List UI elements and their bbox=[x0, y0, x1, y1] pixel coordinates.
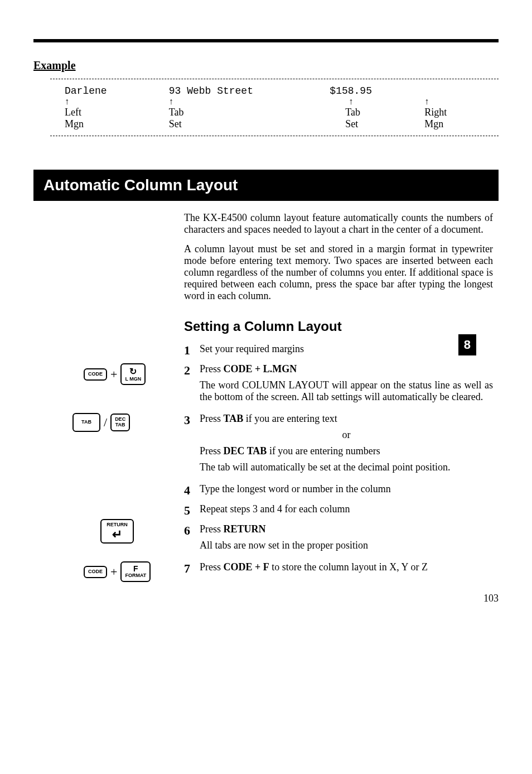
step-key: RETURN bbox=[224, 523, 266, 535]
step-number: 1 bbox=[184, 343, 200, 358]
step-number: 7 bbox=[184, 561, 200, 576]
ex-label: Mgn bbox=[65, 118, 84, 129]
page-number: 103 bbox=[33, 593, 499, 604]
f-bot: FORMAT bbox=[125, 573, 146, 578]
lmgn-key-icon: ↻ L MGN bbox=[120, 363, 146, 385]
step-number: 2 bbox=[184, 363, 200, 378]
tab-key-icon: TAB bbox=[72, 413, 100, 432]
step-detail: All tabs are now set in the proper posit… bbox=[200, 540, 493, 551]
example-table: Darlene 93 Webb Street $158.95 ↑ ↑ ↑ ↑ L… bbox=[61, 85, 487, 130]
arrow-icon: ↑ bbox=[349, 97, 353, 106]
step-key: DEC TAB bbox=[224, 445, 267, 456]
f-key-icon: F FORMAT bbox=[120, 561, 151, 582]
sub-heading: Setting a Column Layout bbox=[184, 319, 493, 334]
step-2: CODE + ↻ L MGN 2 Press CODE + L.MGN The … bbox=[184, 363, 493, 407]
step-text: Press bbox=[200, 561, 224, 573]
step-key: CODE + L.MGN bbox=[224, 363, 297, 374]
step-5: 5 Repeat steps 3 and 4 for each column bbox=[184, 503, 493, 518]
step-6: RETURN ↵ 6 Press RETURN All tabs are now… bbox=[184, 523, 493, 556]
ex-label: Set bbox=[169, 118, 182, 129]
code-key-icon: CODE bbox=[84, 368, 107, 381]
ex-label: Right bbox=[424, 107, 447, 118]
example-heading: Example bbox=[33, 59, 499, 72]
or-text: or bbox=[200, 429, 493, 441]
step-text: Set your required margins bbox=[200, 343, 304, 354]
section-title-bar: Automatic Column Layout bbox=[33, 170, 499, 201]
example-box: Darlene 93 Webb Street $158.95 ↑ ↑ ↑ ↑ L… bbox=[50, 79, 499, 136]
ex-label: Tab bbox=[169, 107, 184, 118]
ex-label: Mgn bbox=[424, 118, 443, 129]
return-key-icon: RETURN ↵ bbox=[100, 519, 134, 544]
return-glyph-icon: ↵ bbox=[112, 527, 122, 541]
arrow-icon: ↑ bbox=[169, 97, 173, 106]
code-key-icon: CODE bbox=[84, 566, 107, 578]
step-text: Type the longest word or number in the c… bbox=[200, 483, 391, 494]
step-text: Press bbox=[200, 363, 224, 374]
arrow-icon: ↑ bbox=[424, 97, 429, 106]
step-text: if you are entering text bbox=[243, 413, 337, 424]
ex-col1-value: Darlene bbox=[65, 85, 107, 97]
lmgn-glyph: ↻ bbox=[129, 367, 137, 376]
step-text: to store the column layout in X, Y or Z bbox=[269, 561, 428, 573]
step-text: if you are entering numbers bbox=[267, 445, 380, 456]
ex-col3-value: $158.95 bbox=[330, 85, 372, 97]
step-detail: The tab will automatically be set at the… bbox=[200, 461, 493, 473]
ex-label: Tab bbox=[345, 107, 360, 118]
step-number: 5 bbox=[184, 503, 200, 518]
step-number: 4 bbox=[184, 483, 200, 498]
step-number: 6 bbox=[184, 523, 200, 538]
ex-label: Set bbox=[345, 118, 358, 129]
top-rule bbox=[33, 39, 499, 42]
f-top: F bbox=[133, 564, 138, 573]
arrow-icon: ↑ bbox=[65, 97, 69, 106]
step-1: 1 Set your required margins bbox=[184, 343, 493, 358]
plus-icon: + bbox=[110, 367, 117, 382]
step-7: CODE + F FORMAT 7 Press CODE + F to stor… bbox=[184, 561, 493, 576]
step-key: CODE + F bbox=[224, 561, 269, 573]
intro-para-2: A column layout must be set and stored i… bbox=[184, 243, 493, 302]
return-label: RETURN bbox=[107, 522, 128, 527]
step-text: Press bbox=[200, 445, 224, 456]
chapter-tab: 8 bbox=[458, 334, 476, 355]
step-3: TAB / DEC TAB 3 Press TAB if you are ent… bbox=[184, 413, 493, 478]
lmgn-label: L MGN bbox=[125, 376, 141, 382]
step-number: 3 bbox=[184, 413, 200, 427]
plus-icon: + bbox=[110, 565, 117, 579]
step-text: Press bbox=[200, 523, 224, 535]
step-detail: The word COLUMN LAYOUT will appear on th… bbox=[200, 379, 493, 403]
dectab-bot: TAB bbox=[115, 422, 125, 427]
ex-label: Left bbox=[65, 107, 81, 118]
slash-icon: / bbox=[104, 415, 107, 430]
intro-para-1: The KX-E4500 column layout feature autom… bbox=[184, 212, 493, 235]
dectab-key-icon: DEC TAB bbox=[110, 414, 130, 431]
dectab-top: DEC bbox=[115, 416, 125, 422]
step-text: Repeat steps 3 and 4 for each column bbox=[200, 503, 350, 515]
step-key: TAB bbox=[224, 413, 244, 424]
ex-col2-value: 93 Webb Street bbox=[169, 85, 253, 97]
step-4: 4 Type the longest word or number in the… bbox=[184, 483, 493, 498]
step-text: Press bbox=[200, 413, 224, 424]
